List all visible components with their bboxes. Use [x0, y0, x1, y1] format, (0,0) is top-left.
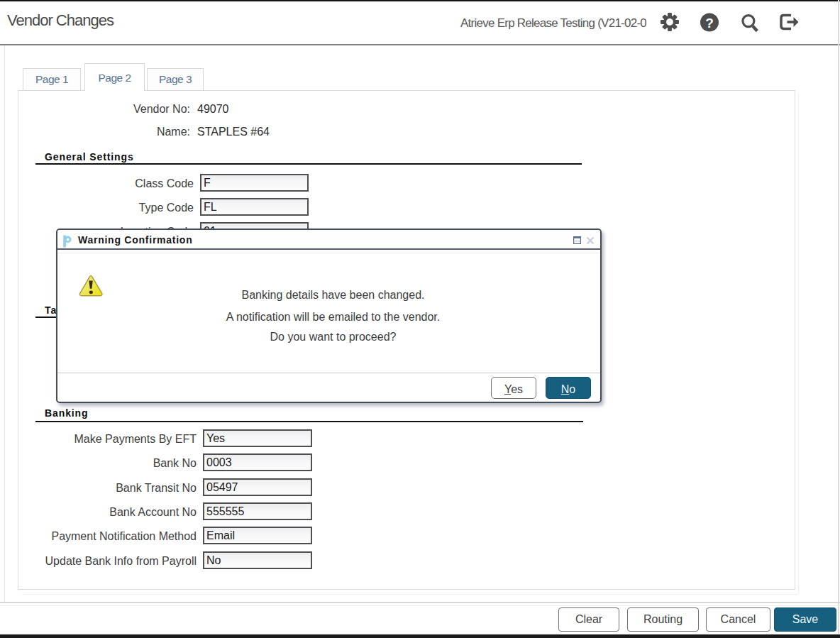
- svg-text:?: ?: [705, 16, 714, 31]
